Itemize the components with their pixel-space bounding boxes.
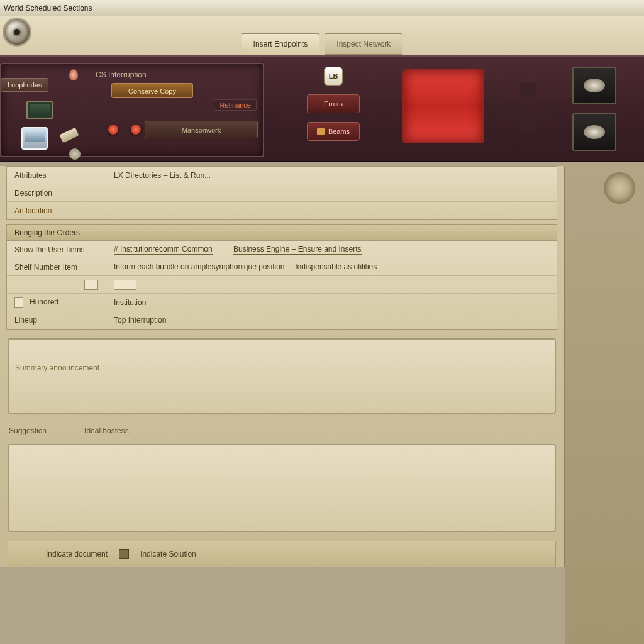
panel-attributes: Attributes LX Directories – List & Run..… <box>6 166 557 220</box>
lb-badge[interactable]: LB <box>324 67 343 86</box>
mini-monitor-icon[interactable] <box>26 101 53 119</box>
row-label <box>7 280 106 290</box>
title-bar: World Scheduled Sections <box>0 0 644 16</box>
row-link[interactable]: An location <box>7 206 106 215</box>
tab-bar: Insert Endpoints Inspect Network <box>0 16 644 55</box>
errors-label: Errors <box>324 100 343 108</box>
beams-button[interactable]: Beams <box>307 122 360 141</box>
lamp-icon <box>584 125 605 139</box>
row-value: LX Directories – List & Run... <box>106 171 557 180</box>
d-pad-up-icon[interactable] <box>520 82 536 98</box>
mini-checkbox[interactable] <box>14 297 23 308</box>
ribbon: CS Interruption Loophodes Conserve Copy … <box>0 55 644 162</box>
d-pad-left-icon[interactable] <box>503 99 519 115</box>
ribbon-left-group: CS Interruption Loophodes Conserve Copy … <box>0 63 264 157</box>
content-area: Attributes LX Directories – List & Run..… <box>0 166 565 567</box>
mini-input[interactable] <box>84 280 98 290</box>
footer-item[interactable]: Indicate document <box>46 550 108 558</box>
chip-loophodes[interactable]: Loophodes <box>1 78 48 92</box>
panel-suggestion <box>8 444 556 532</box>
col-value: Indispensable as utilities <box>295 262 377 271</box>
avatar-orb-icon[interactable] <box>3 18 31 47</box>
row-label: Lineup <box>7 316 106 325</box>
row-value: Institution <box>106 298 557 307</box>
big-red-preview[interactable] <box>402 69 484 143</box>
ribbon-heading: CS Interruption <box>96 70 147 79</box>
tv-thumb-bottom[interactable] <box>572 113 616 151</box>
tab-endpoints[interactable]: Insert Endpoints <box>242 33 320 55</box>
footer-check-icon[interactable] <box>119 549 129 559</box>
summary-text: Summary announcement <box>15 364 548 372</box>
window-title: World Scheduled Sections <box>4 4 92 13</box>
refinance-tag[interactable]: Refinance <box>214 99 257 111</box>
slim-head-a: Suggestion <box>9 426 47 435</box>
panel-orders: Bringing the Orders Show the User Items … <box>6 224 557 330</box>
col-head[interactable]: # Institutionrecomm Common <box>114 245 213 255</box>
lamp-icon <box>584 79 605 92</box>
row-label-text: Hundred <box>30 297 58 306</box>
mansonwork-slot[interactable]: Mansonwork <box>145 121 258 138</box>
footer-band: Indicate document Indicate Solution <box>8 541 556 567</box>
slim-head-b: Ideal hostess <box>84 426 129 435</box>
slim-head-row: Suggestion Ideal hostess <box>0 423 564 435</box>
red-indicator-icon[interactable] <box>131 125 141 135</box>
col-head[interactable]: Business Engine – Ensure and Inserts <box>233 245 361 255</box>
row-label: Hundred <box>7 297 106 308</box>
conserve-copy-button[interactable]: Conserve Copy <box>111 83 193 98</box>
row-label: Shelf Number Item <box>7 263 106 272</box>
errors-button[interactable]: Errors <box>307 94 360 113</box>
row-value: # Institutionrecomm Common Business Engi… <box>106 245 557 255</box>
row-value <box>106 280 557 290</box>
mini-input[interactable] <box>114 280 136 290</box>
row-value: Inform each bundle on amplesymphonique p… <box>106 262 557 272</box>
row-label: Attributes <box>7 171 106 180</box>
right-rail <box>565 162 644 644</box>
red-indicator-icon[interactable] <box>108 125 118 135</box>
eraser-icon[interactable] <box>59 128 79 143</box>
tv-stack <box>572 63 616 155</box>
ribbon-mid-group: LB Errors Beams <box>270 63 396 155</box>
d-pad[interactable] <box>503 82 553 132</box>
tv-thumb-top[interactable] <box>572 67 616 104</box>
row-label: Description <box>7 189 106 197</box>
row-value: Top Interruption <box>106 316 557 325</box>
d-pad-right-icon[interactable] <box>537 99 553 115</box>
grey-knob-icon[interactable] <box>69 148 80 160</box>
pin-icon <box>69 69 78 80</box>
panel-summary: Summary announcement <box>8 338 556 414</box>
monitor-icon[interactable] <box>21 127 48 150</box>
tab-network[interactable]: Inspect Network <box>325 33 402 55</box>
row-label: Show the User Items <box>7 245 106 254</box>
footer-item[interactable]: Indicate Solution <box>140 550 196 558</box>
col-value: Inform each bundle on amplesymphonique p… <box>114 262 285 272</box>
panel-header: Bringing the Orders <box>7 225 557 241</box>
beams-square-icon <box>317 128 325 135</box>
beams-label: Beams <box>328 128 350 135</box>
d-pad-down-icon[interactable] <box>520 116 536 132</box>
